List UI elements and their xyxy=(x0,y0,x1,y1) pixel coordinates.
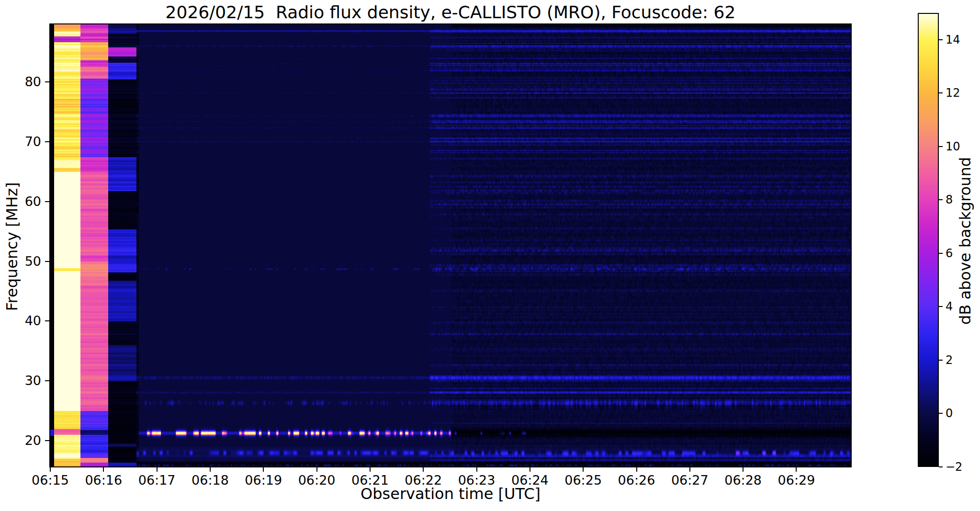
x-tick-mark xyxy=(583,467,584,472)
colorbar-tick-mark xyxy=(939,253,943,254)
y-tick-mark xyxy=(45,440,49,441)
x-tick-mark xyxy=(50,467,51,472)
colorbar-tick-mark xyxy=(939,39,943,40)
colorbar-tick-label: 2 xyxy=(946,353,980,367)
colorbar-tick-mark xyxy=(939,466,943,467)
x-tick-mark xyxy=(263,467,264,472)
y-tick-label: 50 xyxy=(0,254,41,269)
y-tick-mark xyxy=(45,261,49,262)
y-tick-mark xyxy=(45,81,49,82)
y-tick-label: 70 xyxy=(0,134,41,149)
y-tick-label: 20 xyxy=(0,433,41,448)
x-tick-mark xyxy=(316,467,317,472)
x-tick-mark xyxy=(210,467,211,472)
x-tick-mark xyxy=(103,467,104,472)
x-tick-mark xyxy=(743,467,743,472)
colorbar-tick-mark xyxy=(939,146,943,147)
x-tick-mark xyxy=(423,467,424,472)
x-tick-mark xyxy=(370,467,371,472)
spectrogram-canvas xyxy=(50,24,851,466)
colorbar-tick-label: 14 xyxy=(946,33,980,46)
callisto-spectrogram-figure: 2026/02/15 Radio flux density, e-CALLIST… xyxy=(0,0,980,511)
colorbar-tick-mark xyxy=(939,92,943,93)
x-tick-mark xyxy=(636,467,637,472)
colorbar-tick-mark xyxy=(939,413,943,414)
colorbar-tick-mark xyxy=(939,360,943,361)
x-tick-mark xyxy=(157,467,158,472)
y-tick-mark xyxy=(45,380,49,381)
y-tick-label: 60 xyxy=(0,194,41,209)
x-tick-mark xyxy=(689,467,690,472)
x-tick-mark xyxy=(529,467,530,472)
colorbar-tick-mark xyxy=(939,199,943,200)
plot-area xyxy=(49,23,852,467)
y-tick-mark xyxy=(45,320,49,321)
chart-title: 2026/02/15 Radio flux density, e-CALLIST… xyxy=(49,2,852,22)
x-axis-label: Observation time [UTC] xyxy=(49,485,852,503)
colorbar-tick-mark xyxy=(939,306,943,307)
y-tick-label: 30 xyxy=(0,373,41,388)
colorbar-tick-label: 0 xyxy=(946,407,980,420)
colorbar-tick-label: −2 xyxy=(946,460,980,474)
y-tick-mark xyxy=(45,201,49,202)
colorbar-tick-label: 12 xyxy=(946,86,980,100)
y-tick-label: 80 xyxy=(0,74,41,90)
y-tick-label: 40 xyxy=(0,313,41,329)
x-tick-mark xyxy=(796,467,797,472)
colorbar xyxy=(918,13,939,467)
y-tick-mark xyxy=(45,141,49,142)
colorbar-label: dB above background xyxy=(956,145,974,337)
x-tick-mark xyxy=(476,467,477,472)
